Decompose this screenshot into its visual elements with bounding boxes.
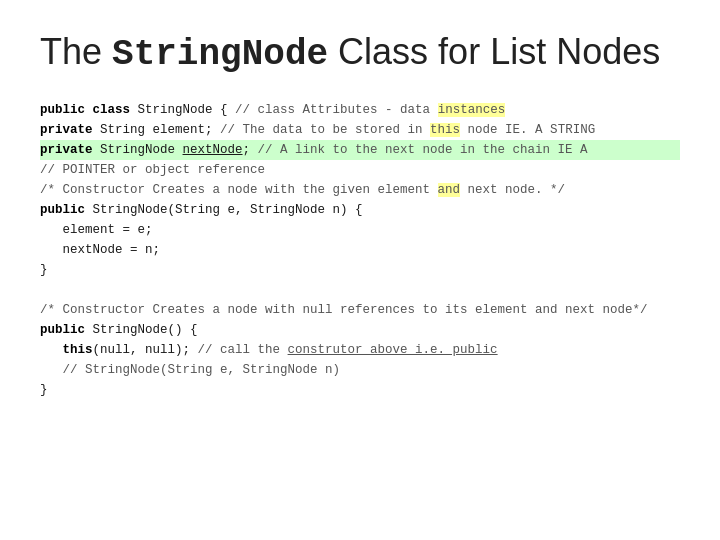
slide-title: The StringNode Class for List Nodes bbox=[40, 30, 680, 76]
code-line-14: // StringNode(String e, StringNode n) bbox=[40, 360, 680, 380]
title-prefix: The bbox=[40, 31, 112, 72]
code-line-9: } bbox=[40, 260, 680, 280]
code-line-5: /* Constructor Creates a node with the g… bbox=[40, 180, 680, 200]
title-suffix: Class for List Nodes bbox=[328, 31, 660, 72]
code-line-15: } bbox=[40, 380, 680, 400]
code-line-8: nextNode = n; bbox=[40, 240, 680, 260]
code-line-3: private StringNode nextNode; // A link t… bbox=[40, 140, 680, 160]
slide: The StringNode Class for List Nodes publ… bbox=[0, 0, 720, 540]
code-line-7: element = e; bbox=[40, 220, 680, 240]
code-block: public class StringNode { // class Attri… bbox=[40, 100, 680, 400]
code-line-13: this(null, null); // call the construtor… bbox=[40, 340, 680, 360]
code-line-1: public class StringNode { // class Attri… bbox=[40, 100, 680, 120]
code-line-4: // POINTER or object reference bbox=[40, 160, 680, 180]
blank-line-1 bbox=[40, 280, 680, 300]
code-line-2: private String element; // The data to b… bbox=[40, 120, 680, 140]
title-classname: StringNode bbox=[112, 34, 328, 75]
code-line-11: /* Constructor Creates a node with null … bbox=[40, 300, 680, 320]
code-line-12: public StringNode() { bbox=[40, 320, 680, 340]
code-line-6: public StringNode(String e, StringNode n… bbox=[40, 200, 680, 220]
